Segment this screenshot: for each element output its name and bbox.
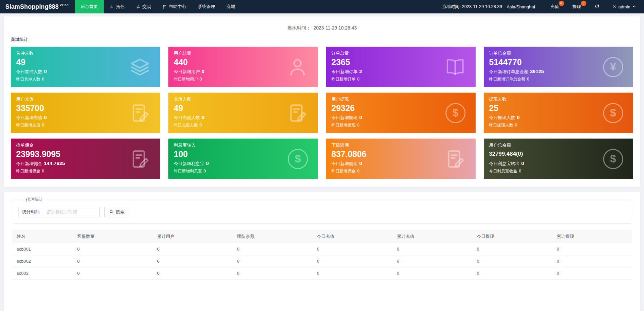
stat-card-7: 用户提现 29326 今日新增提现0 昨日新增提现0 $ xyxy=(326,93,476,133)
nav-help-center[interactable]: 帮助中心 xyxy=(157,0,192,13)
table-cell: 0 xyxy=(152,243,232,255)
nav-label: 帮助中心 xyxy=(169,4,186,10)
doc-edit-icon xyxy=(129,103,150,123)
table-header: 团队余额 xyxy=(232,230,312,243)
stat-card-10: 利息宝转入 100 今日新增利息宝0 昨日新增利息宝0 $ xyxy=(168,139,318,179)
stat-card-title: 订单总量 xyxy=(331,50,470,56)
brand-logo[interactable]: SiamShopping888V2.2.1 xyxy=(5,0,69,13)
withdraw-link[interactable]: 提现 0 xyxy=(573,4,581,10)
version-badge: V2.2.1 xyxy=(60,3,69,7)
table-cell: 0 xyxy=(72,243,152,255)
stat-card-title: 用户充值 xyxy=(16,96,155,102)
table-cell: 0 xyxy=(312,255,392,267)
stat-card-title: 首冲人数 xyxy=(16,50,155,56)
stat-card-1: 首冲人数 49 今日首冲人数0 昨日首冲人数0 xyxy=(11,47,160,87)
agent-legend: 代理统计 xyxy=(23,197,46,203)
stat-card-yesterday-line: 昨日提现人数0 xyxy=(489,122,628,128)
nav-trade[interactable]: 交易 xyxy=(130,0,157,13)
table-header: 今日提现 xyxy=(472,230,552,243)
nav-home[interactable]: 后台首页 xyxy=(75,0,104,13)
table-cell: sc003 xyxy=(12,267,72,279)
table-header: 客服数量 xyxy=(72,230,152,243)
user-menu[interactable]: admin xyxy=(612,4,637,10)
table-cell: 0 xyxy=(472,267,552,279)
stat-card-title: 用户总余额 xyxy=(489,142,628,148)
stat-time-input[interactable] xyxy=(43,207,99,217)
table-cell: 0 xyxy=(312,267,392,279)
nav-label: 商城 xyxy=(226,4,235,10)
stat-card-6: 充值人数 49 今日充值人数0 昨日充值人数0 xyxy=(168,93,318,133)
person-icon xyxy=(287,57,308,77)
local-time-value: 2023-11-29 10:28:43 xyxy=(314,25,357,31)
stat-card-4: 订单总金额 5144770 今日新增订单总金额39125 昨日新增订单总金额0 … xyxy=(484,47,633,87)
withdraw-badge: 0 xyxy=(581,1,586,6)
stat-card-title: 下级返佣 xyxy=(331,142,470,148)
stat-card-title: 订单总金额 xyxy=(489,50,628,56)
stats-grid: 首冲人数 49 今日首冲人数0 昨日首冲人数0 用户总量 440 今日新增用户0… xyxy=(9,47,635,179)
stat-card-9: 抢单佣金 23993.9095 今日新增佣金144.7625 昨日新增佣金0 xyxy=(11,139,160,179)
agent-panel: 代理统计 统计时间 搜索 姓名客服数量累计用户团队余额今日充值累计充值今日提现累… xyxy=(4,192,640,311)
stat-card-yesterday-line: 昨日新增佣金0 xyxy=(331,168,470,174)
section-title: 商城统计 xyxy=(11,37,633,43)
table-header: 今日充值 xyxy=(312,230,392,243)
stat-card-8: 提现人数 25 今日提现人数0 昨日提现人数0 $ xyxy=(484,93,633,133)
nav-roles[interactable]: 角色 xyxy=(104,0,130,13)
username: admin xyxy=(619,4,630,9)
flag-icon xyxy=(162,5,167,9)
table-row: scb0020000000 xyxy=(12,255,632,267)
stat-card-2: 用户总量 440 今日新增用户0 昨日新增用户0 xyxy=(168,47,318,87)
table-cell: 0 xyxy=(392,255,472,267)
nav-label: 交易 xyxy=(142,4,151,10)
table-row: sc0030000000 xyxy=(12,267,632,279)
yen-icon: ¥ xyxy=(603,57,623,77)
stat-card-yesterday-line: 今日利息宝收益0 xyxy=(489,168,628,174)
agent-filter-row: 统计时间 搜索 xyxy=(18,207,626,217)
table-cell: 0 xyxy=(472,243,552,255)
table-cell: 0 xyxy=(72,255,152,267)
agent-table: 姓名客服数量累计用户团队余额今日充值累计充值今日提现累计提现 scb001000… xyxy=(12,230,632,279)
table-cell: 0 xyxy=(232,255,312,267)
stat-card-yesterday-line: 昨日充值人数0 xyxy=(174,122,313,128)
dollar-icon: $ xyxy=(603,149,623,169)
person-icon xyxy=(109,5,114,9)
table-cell: 0 xyxy=(72,267,152,279)
agent-fieldset: 代理统计 统计时间 搜索 xyxy=(13,197,631,224)
layers-icon xyxy=(129,57,150,77)
stat-card-yesterday-line: 昨日新增订单0 xyxy=(331,76,470,82)
table-cell: scb001 xyxy=(12,243,72,255)
navbar-right: 当地时间: 2023-11-29 10:28:39 Asia/Shanghai … xyxy=(442,0,644,13)
search-icon xyxy=(109,209,114,215)
stat-card-title: 利息宝转入 xyxy=(174,142,313,148)
table-cell: 0 xyxy=(152,267,232,279)
navbar: SiamShopping888V2.2.1 后台首页角色交易帮助中心系统管理商城… xyxy=(0,0,644,13)
table-header: 累计充值 xyxy=(392,230,472,243)
dollar-icon: $ xyxy=(603,103,623,123)
refresh-icon xyxy=(595,4,599,10)
stat-card-yesterday-line: 昨日新增用户0 xyxy=(174,76,313,82)
nav-system[interactable]: 系统管理 xyxy=(192,0,221,13)
nav-label: 后台首页 xyxy=(80,4,98,10)
stat-card-yesterday-line: 昨日首冲人数0 xyxy=(16,76,155,82)
nav-label: 角色 xyxy=(116,4,124,10)
table-header-row: 姓名客服数量累计用户团队余额今日充值累计充值今日提现累计提现 xyxy=(12,230,632,243)
table-cell: 0 xyxy=(312,243,392,255)
dollar-icon: $ xyxy=(445,103,466,123)
recharge-link[interactable]: 充值 0 xyxy=(550,4,559,10)
table-cell: 0 xyxy=(552,243,632,255)
table-header: 姓名 xyxy=(12,230,72,243)
search-button[interactable]: 搜索 xyxy=(104,207,129,217)
book-icon xyxy=(445,57,466,77)
table-cell: 0 xyxy=(232,267,312,279)
doc-edit-icon xyxy=(445,149,466,169)
stat-card-title: 提现人数 xyxy=(489,96,628,102)
stat-card-3: 订单总量 2365 今日新增订单2 昨日新增订单0 xyxy=(326,47,476,87)
local-time-label: 当地时间： xyxy=(287,25,311,31)
main-menu: 后台首页角色交易帮助中心系统管理商城 xyxy=(75,0,241,13)
table-cell: 0 xyxy=(152,255,232,267)
refresh-button[interactable] xyxy=(595,4,599,10)
brand-name: SiamShopping888 xyxy=(5,3,59,10)
nav-mall[interactable]: 商城 xyxy=(221,0,241,13)
chevron-up-icon xyxy=(632,4,637,10)
doc-edit-icon xyxy=(129,149,150,169)
table-cell: 0 xyxy=(392,243,472,255)
